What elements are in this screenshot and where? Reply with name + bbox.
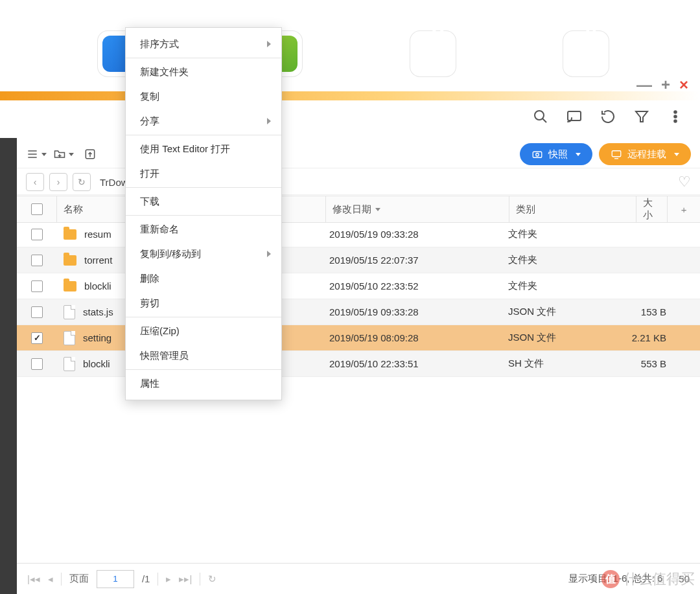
nav-reload[interactable]: ↻ [73, 173, 91, 191]
context-menu-item[interactable]: 属性 [126, 371, 281, 396]
svg-point-0 [535, 111, 544, 120]
list-view-button[interactable] [26, 144, 47, 164]
context-menu-item[interactable]: 分享 [126, 109, 281, 133]
pager-next[interactable]: ▸ [166, 573, 171, 585]
file-date: 2019/05/10 22:33:52 [323, 280, 502, 291]
pager-prev[interactable]: ◂ [48, 573, 53, 585]
breadcrumb[interactable]: TrDow [100, 177, 128, 188]
file-name: blockli [83, 358, 110, 369]
svg-rect-16 [612, 151, 621, 157]
table-row[interactable]: blockli2019/05/10 22:33:52文件夹 [17, 273, 700, 299]
window-close[interactable]: × [679, 77, 688, 93]
upload-button[interactable] [80, 144, 100, 164]
row-checkbox[interactable] [31, 358, 43, 370]
file-date: 2019/05/19 08:09:28 [323, 332, 502, 343]
context-menu: 排序方式新建文件夹复制分享使用 Text Editor 打开打开下载重新命名复制… [125, 27, 282, 400]
remote-mount-button[interactable]: 远程挂载 [599, 143, 691, 165]
context-menu-separator [126, 317, 281, 317]
context-menu-item[interactable]: 删除 [126, 266, 281, 291]
pager-last[interactable]: ▸▸| [179, 573, 192, 585]
row-checkbox[interactable] [31, 280, 43, 292]
context-menu-separator [126, 215, 281, 216]
row-checkbox[interactable] [31, 306, 43, 318]
context-menu-item[interactable]: 使用 Text Editor 打开 [126, 137, 281, 161]
nav-forward[interactable]: › [49, 173, 67, 191]
file-type: 文件夹 [502, 280, 624, 292]
context-menu-item[interactable]: 复制到/移动到 [126, 242, 281, 266]
watermark-logo-icon: 值 [601, 570, 620, 588]
pager-refresh[interactable]: ↻ [208, 573, 216, 585]
context-menu-item[interactable]: 快照管理员 [126, 343, 281, 368]
select-all-checkbox[interactable] [31, 203, 43, 215]
row-checkbox[interactable] [31, 332, 43, 344]
window-maximize[interactable]: + [661, 77, 670, 93]
file-name: blockli [84, 280, 111, 291]
svg-rect-2 [568, 111, 581, 120]
gradient-bar [0, 91, 700, 100]
context-menu-item[interactable]: 打开 [126, 161, 281, 186]
svg-point-6 [674, 120, 677, 122]
pager-first[interactable]: |◂◂ [27, 573, 40, 585]
search-icon[interactable] [533, 109, 548, 126]
toolbar: 快照 远程挂载 [17, 141, 700, 168]
refresh-icon[interactable] [600, 109, 616, 126]
table-row[interactable]: setting2019/05/19 08:09:28JSON 文件2.21 KB [17, 325, 700, 351]
column-date[interactable]: 修改日期 [325, 196, 509, 222]
row-checkbox[interactable] [31, 229, 43, 240]
context-menu-item[interactable]: 重新命名 [126, 217, 281, 242]
context-menu-item[interactable]: 剪切 [126, 291, 281, 315]
file-size: 2.21 KB [624, 332, 700, 343]
dock-app-3[interactable] [563, 30, 609, 77]
context-menu-item[interactable]: 压缩(Zip) [126, 319, 281, 343]
window-minimize[interactable]: — [636, 77, 652, 93]
file-name: resum [84, 229, 111, 240]
column-add[interactable]: + [667, 196, 700, 222]
pager-page-label: 页面 [69, 573, 89, 585]
svg-rect-14 [533, 152, 542, 157]
file-name: torrent [84, 255, 112, 266]
pathbar: ‹ › ↻ TrDow ♡ [17, 170, 700, 195]
file-type: 文件夹 [502, 228, 624, 240]
table-row[interactable]: stats.js2019/05/19 09:33:28JSON 文件153 B [17, 299, 700, 325]
row-checkbox[interactable] [31, 255, 43, 266]
table-header: 名称 修改日期 类别 大小 + [17, 196, 700, 223]
file-date: 2019/05/19 09:33:28 [323, 306, 502, 317]
new-folder-button[interactable] [53, 144, 74, 164]
table-row[interactable]: blockli2019/05/10 22:33:51SH 文件553 B [17, 351, 700, 377]
sort-indicator-icon [375, 208, 380, 211]
favorite-icon[interactable]: ♡ [678, 174, 691, 190]
file-size: 553 B [624, 358, 700, 369]
context-menu-separator [126, 58, 281, 58]
svg-marker-3 [636, 111, 648, 122]
pager: |◂◂ ◂ 页面 /1 ▸ ▸▸| ↻ 显示项目: 1-6, 总共: 6 50 [17, 563, 700, 594]
nav-back[interactable]: ‹ [26, 173, 44, 191]
svg-point-4 [674, 111, 677, 113]
dock-app-help[interactable] [410, 30, 456, 77]
file-name: stats.js [83, 306, 113, 317]
snapshot-button[interactable]: 快照 [520, 143, 592, 165]
table-row[interactable]: resum2019/05/19 09:33:28文件夹 [17, 222, 700, 247]
cast-icon[interactable] [566, 109, 582, 126]
context-menu-separator [126, 187, 281, 188]
svg-line-1 [542, 119, 546, 122]
more-icon[interactable] [668, 109, 683, 126]
context-menu-item[interactable]: 排序方式 [126, 32, 281, 56]
column-type[interactable]: 类别 [509, 196, 636, 222]
context-menu-item[interactable]: 复制 [126, 84, 281, 109]
file-size: 153 B [624, 306, 700, 317]
filter-icon[interactable] [634, 109, 649, 126]
context-menu-item[interactable]: 下载 [126, 189, 281, 214]
snapshot-label: 快照 [548, 148, 568, 161]
folder-icon [64, 229, 76, 240]
pager-page-input[interactable] [97, 570, 134, 588]
file-type: 文件夹 [502, 254, 624, 266]
file-icon [64, 331, 75, 345]
column-size[interactable]: 大小 [636, 196, 667, 222]
file-date: 2019/05/15 22:07:37 [323, 255, 502, 266]
file-icon [64, 305, 75, 319]
context-menu-item[interactable]: 新建文件夹 [126, 60, 281, 84]
watermark: 值 什么值得买 [601, 569, 695, 589]
file-type: JSON 文件 [502, 332, 624, 344]
table-row[interactable]: torrent2019/05/15 22:07:37文件夹 [17, 247, 700, 273]
file-type: JSON 文件 [502, 306, 624, 318]
